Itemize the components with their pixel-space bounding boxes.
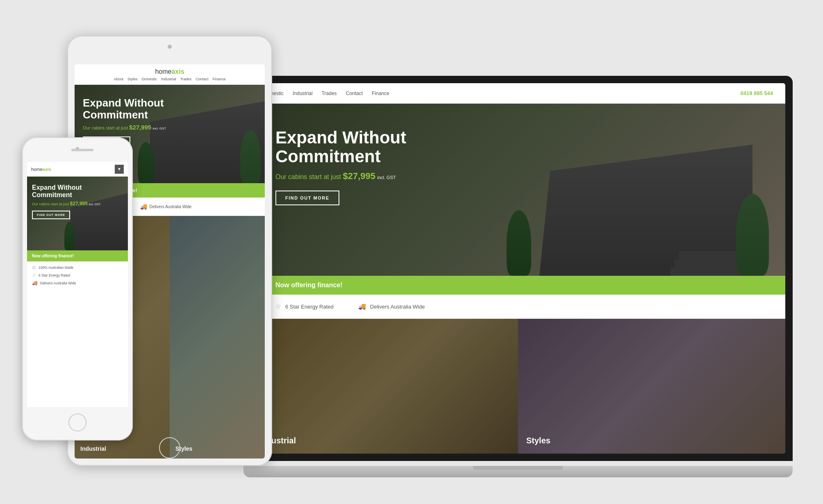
tablet-nav-styles[interactable]: Styles	[127, 77, 138, 81]
phone-nav: homeaxis ▼	[27, 162, 128, 177]
tablet-gst: incl. GST	[152, 127, 166, 130]
laptop-website: Domestic Industrial Trades Contact Finan…	[251, 83, 785, 454]
laptop-phone-number: 0419 885 544	[740, 90, 773, 96]
phone-hero: Expand WithoutCommitment Our cabins star…	[27, 177, 128, 250]
phone-subtitle: Our cabins start at just $27,995 incl. G…	[32, 201, 123, 207]
phone-feature-delivery-label: Delivers Australia Wide	[40, 281, 76, 285]
australia-icon: ◎	[32, 265, 36, 270]
laptop-cat-styles[interactable]: Styles	[518, 319, 785, 454]
phone-home-button[interactable]	[68, 413, 86, 431]
tablet-nav-industrial[interactable]: Industrial	[161, 77, 176, 81]
laptop-gst: incl. GST	[377, 175, 396, 180]
phone-hero-content: Expand WithoutCommitment Our cabins star…	[27, 177, 128, 219]
star-icon: ☆	[275, 303, 281, 310]
laptop-device: Domestic Industrial Trades Contact Finan…	[243, 76, 793, 477]
laptop-cta-button[interactable]: FIND OUT MORE	[275, 191, 339, 205]
laptop-nav: Domestic Industrial Trades Contact Finan…	[251, 83, 785, 104]
phone-price: $27,995	[70, 201, 88, 207]
laptop-cat-styles-label: Styles	[526, 436, 550, 445]
scene: Domestic Industrial Trades Contact Finan…	[22, 27, 801, 477]
truck-icon: 🚚	[140, 203, 147, 210]
laptop-hero-content: Expand WithoutCommitment Our cabins star…	[251, 104, 785, 205]
tablet-feature-delivery: 🚚 Delivers Australia Wide	[140, 203, 192, 210]
laptop-cat-industrial-overlay	[251, 319, 518, 454]
tablet-logo-accent: axis	[171, 68, 184, 75]
phone-feature-australian: ◎ 100% Australian Made	[32, 265, 123, 270]
phone-finance-text: Now offering finance!	[32, 254, 123, 258]
phone-feature-australian-label: 100% Australian Made	[39, 266, 73, 270]
phone-screen: homeaxis ▼ Expand WithoutCommitment	[27, 162, 128, 408]
tablet-cat-styles-label: Styles	[175, 445, 192, 452]
tablet-cat-styles-overlay	[170, 216, 265, 459]
tablet-nav-contact[interactable]: Contact	[196, 77, 208, 81]
truck-icon: 🚚	[32, 280, 38, 286]
tablet-headline: Expand WithoutCommitment	[83, 97, 185, 120]
laptop-base	[243, 466, 793, 477]
tablet-nav: homeaxis About Styles Domestic Industria…	[75, 64, 265, 85]
phone-feature-energy-label: 6 Star Energy Rated	[39, 273, 70, 277]
tablet-subtitle: Our cabins start at just $27,995 incl. G…	[83, 124, 257, 131]
tablet-nav-about[interactable]: About	[114, 77, 124, 81]
tablet-cat-styles[interactable]: Styles	[170, 216, 265, 459]
phone-headline: Expand WithoutCommitment	[32, 184, 93, 198]
phone-menu-button[interactable]: ▼	[115, 165, 124, 174]
tablet-price: $27,995	[129, 124, 151, 131]
laptop-nav-trades[interactable]: Trades	[322, 91, 337, 96]
laptop-cat-industrial[interactable]: Industrial	[251, 319, 518, 454]
laptop-hero: Expand WithoutCommitment Our cabins star…	[251, 104, 785, 276]
phone-website: homeaxis ▼ Expand WithoutCommitment	[27, 162, 128, 408]
laptop-price: $27,995	[343, 171, 376, 181]
tablet-nav-finance[interactable]: Finance	[212, 77, 225, 81]
laptop-feature-delivery: 🚚 Delivers Australia Wide	[358, 303, 425, 310]
laptop-finance-text: Now offering finance!	[275, 282, 761, 289]
tablet-logo: homeaxis	[155, 68, 184, 75]
laptop-feature-energy: ☆ 6 Star Energy Rated	[275, 303, 334, 310]
laptop-headline: Expand WithoutCommitment	[275, 128, 480, 166]
laptop-cat-styles-overlay	[518, 319, 785, 454]
phone-feature-delivery: 🚚 Delivers Australia Wide	[32, 280, 123, 286]
phone-cta-button[interactable]: FIND OUT MORE	[32, 211, 70, 219]
laptop-finance-bar: Now offering finance!	[251, 276, 785, 295]
laptop-nav-industrial[interactable]: Industrial	[293, 91, 313, 96]
phone-frame: homeaxis ▼ Expand WithoutCommitment	[22, 137, 133, 440]
laptop-lid: Domestic Industrial Trades Contact Finan…	[243, 76, 793, 461]
phone-gst: incl. GST	[89, 203, 100, 206]
tablet-nav-links: About Styles Domestic Industrial Trades …	[114, 77, 226, 81]
laptop-feature-energy-label: 6 Star Energy Rated	[285, 304, 334, 310]
phone-features-list: ◎ 100% Australian Made ☆ 6 Star Energy R…	[27, 261, 128, 408]
phone-finance-bar: Now offering finance!	[27, 250, 128, 261]
phone-logo-accent: axis	[43, 167, 51, 172]
laptop-features-row: ☆ 6 Star Energy Rated 🚚 Delivers Austral…	[251, 295, 785, 319]
phone-feature-energy: ☆ 6 Star Energy Rated	[32, 272, 123, 278]
truck-icon: 🚚	[358, 303, 366, 310]
phone-speaker	[71, 149, 93, 151]
laptop-nav-finance[interactable]: Finance	[372, 91, 389, 96]
tablet-feature-delivery-label: Delivers Australia Wide	[150, 204, 192, 209]
laptop-screen: Domestic Industrial Trades Contact Finan…	[251, 83, 785, 454]
laptop-categories: Industrial Styles	[251, 319, 785, 454]
phone-device: homeaxis ▼ Expand WithoutCommitment	[22, 137, 133, 440]
tablet-nav-domestic[interactable]: Domestic	[142, 77, 157, 81]
laptop-feature-delivery-label: Delivers Australia Wide	[370, 304, 425, 310]
tablet-cat-industrial-label: Industrial	[80, 445, 106, 452]
laptop-nav-links: Domestic Industrial Trades Contact Finan…	[263, 91, 389, 96]
star-icon: ☆	[32, 272, 36, 278]
laptop-nav-contact[interactable]: Contact	[346, 91, 363, 96]
tablet-nav-trades[interactable]: Trades	[180, 77, 192, 81]
phone-logo: homeaxis	[31, 167, 51, 172]
laptop-subtitle: Our cabins start at just $27,995 incl. G…	[275, 171, 761, 182]
